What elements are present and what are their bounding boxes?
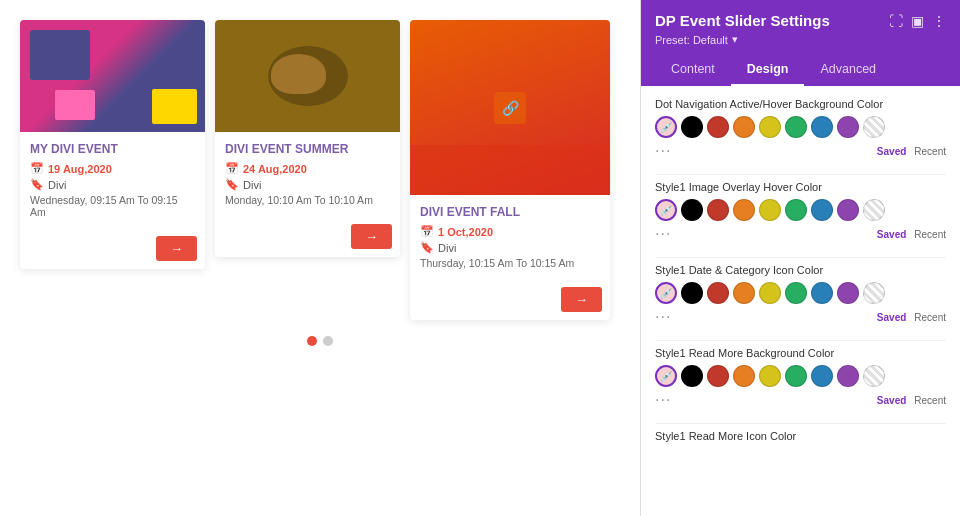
recent-label-3[interactable]: Recent	[914, 395, 946, 406]
color-row-read-more-bg: 💉	[655, 365, 946, 387]
event-title-2: DIVI EVENT SUMMER	[225, 142, 390, 156]
saved-label-3[interactable]: Saved	[877, 395, 906, 406]
event-category-2: 🔖 Divi	[225, 178, 390, 191]
saved-recent-row-3: ··· Saved Recent	[655, 391, 946, 409]
purple-swatch-1[interactable]	[837, 199, 859, 221]
saved-recent-1: Saved Recent	[877, 229, 946, 240]
black-swatch-0[interactable]	[681, 116, 703, 138]
purple-swatch-3[interactable]	[837, 365, 859, 387]
tab-content[interactable]: Content	[655, 54, 731, 86]
blue-swatch-3[interactable]	[811, 365, 833, 387]
orange-swatch-3[interactable]	[733, 365, 755, 387]
saved-recent-row-2: ··· Saved Recent	[655, 308, 946, 326]
event-date-1: 📅 19 Aug,2020	[30, 162, 195, 175]
read-more-btn-1[interactable]: →	[156, 236, 197, 261]
saved-recent-2: Saved Recent	[877, 312, 946, 323]
category-icon-2: 🔖	[225, 178, 239, 191]
divider-3	[655, 340, 946, 341]
dot-1[interactable]	[307, 336, 317, 346]
card-body-3: DIVI EVENT FALL 📅 1 Oct,2020 🔖 Divi Thur…	[410, 195, 610, 287]
color-section-title-dot-nav: Dot Navigation Active/Hover Background C…	[655, 98, 946, 110]
yellow-swatch-1[interactable]	[759, 199, 781, 221]
settings-panel: DP Event Slider Settings ⛶ ▣ ⋮ Preset: D…	[640, 0, 960, 516]
more-dots-3[interactable]: ···	[655, 391, 671, 409]
color-section-title-overlay: Style1 Image Overlay Hover Color	[655, 181, 946, 193]
calendar-icon-1: 📅	[30, 162, 44, 175]
striped-swatch-3[interactable]	[863, 365, 885, 387]
color-row-dot-nav: 💉	[655, 116, 946, 138]
color-row-date-icon: 💉	[655, 282, 946, 304]
recent-label-2[interactable]: Recent	[914, 312, 946, 323]
black-swatch-1[interactable]	[681, 199, 703, 221]
fullscreen-icon[interactable]: ⛶	[889, 13, 903, 29]
green-swatch-1[interactable]	[785, 199, 807, 221]
black-swatch-3[interactable]	[681, 365, 703, 387]
settings-header: DP Event Slider Settings ⛶ ▣ ⋮ Preset: D…	[641, 0, 960, 86]
green-swatch-2[interactable]	[785, 282, 807, 304]
more-dots-1[interactable]: ···	[655, 225, 671, 243]
read-more-btn-2[interactable]: →	[351, 224, 392, 249]
saved-label-2[interactable]: Saved	[877, 312, 906, 323]
red-swatch-2[interactable]	[707, 282, 729, 304]
divider-2	[655, 257, 946, 258]
card-arrow-wrapper-1: →	[20, 236, 205, 269]
eyedropper-swatch-2[interactable]: 💉	[655, 282, 677, 304]
event-card-3: 🔗 DIVI EVENT FALL 📅 1 Oct,2020 🔖 Divi Th…	[410, 20, 610, 320]
card-arrow-wrapper-3: →	[410, 287, 610, 320]
card-body-2: DIVI EVENT SUMMER 📅 24 Aug,2020 🔖 Divi M…	[215, 132, 400, 224]
blue-swatch-1[interactable]	[811, 199, 833, 221]
card-arrow-wrapper-2: →	[215, 224, 400, 257]
more-dots-0[interactable]: ···	[655, 142, 671, 160]
color-section-dot-nav-hover: Dot Navigation Active/Hover Background C…	[655, 98, 946, 160]
event-title-1: MY DIVI EVENT	[30, 142, 195, 156]
color-row-overlay: 💉	[655, 199, 946, 221]
saved-label-1[interactable]: Saved	[877, 229, 906, 240]
yellow-swatch-2[interactable]	[759, 282, 781, 304]
red-swatch-3[interactable]	[707, 365, 729, 387]
event-date-3: 📅 1 Oct,2020	[420, 225, 600, 238]
dot-2[interactable]	[323, 336, 333, 346]
divider-1	[655, 174, 946, 175]
eyedropper-swatch-0[interactable]: 💉	[655, 116, 677, 138]
yellow-swatch-0[interactable]	[759, 116, 781, 138]
event-card-2: DIVI EVENT SUMMER 📅 24 Aug,2020 🔖 Divi M…	[215, 20, 400, 257]
color-section-date-icon: Style1 Date & Category Icon Color 💉 ··· …	[655, 264, 946, 326]
striped-swatch-1[interactable]	[863, 199, 885, 221]
tab-advanced[interactable]: Advanced	[804, 54, 892, 86]
recent-label-1[interactable]: Recent	[914, 229, 946, 240]
color-section-title-read-more-bg: Style1 Read More Background Color	[655, 347, 946, 359]
purple-swatch-0[interactable]	[837, 116, 859, 138]
event-time-2: Monday, 10:10 Am To 10:10 Am	[225, 194, 390, 206]
blue-swatch-2[interactable]	[811, 282, 833, 304]
purple-swatch-2[interactable]	[837, 282, 859, 304]
tab-design[interactable]: Design	[731, 54, 805, 86]
settings-title-row: DP Event Slider Settings ⛶ ▣ ⋮	[655, 12, 946, 29]
event-time-1: Wednesday, 09:15 Am To 09:15 Am	[30, 194, 195, 218]
color-section-title-read-more-icon: Style1 Read More Icon Color	[655, 430, 946, 442]
color-section-read-more-bg: Style1 Read More Background Color 💉 ··· …	[655, 347, 946, 409]
more-options-icon[interactable]: ⋮	[932, 13, 946, 29]
striped-swatch-0[interactable]	[863, 116, 885, 138]
eyedropper-swatch-1[interactable]: 💉	[655, 199, 677, 221]
green-swatch-3[interactable]	[785, 365, 807, 387]
card-img-decoration	[55, 90, 95, 120]
recent-label-0[interactable]: Recent	[914, 146, 946, 157]
more-dots-2[interactable]: ···	[655, 308, 671, 326]
card-image-3: 🔗	[410, 20, 610, 195]
eyedropper-swatch-3[interactable]: 💉	[655, 365, 677, 387]
orange-swatch-2[interactable]	[733, 282, 755, 304]
orange-swatch-1[interactable]	[733, 199, 755, 221]
panel-icon[interactable]: ▣	[911, 13, 924, 29]
blue-swatch-0[interactable]	[811, 116, 833, 138]
green-swatch-0[interactable]	[785, 116, 807, 138]
red-swatch-1[interactable]	[707, 199, 729, 221]
preview-panel: MY DIVI EVENT 📅 19 Aug,2020 🔖 Divi Wedne…	[0, 0, 640, 516]
orange-swatch-0[interactable]	[733, 116, 755, 138]
saved-label-0[interactable]: Saved	[877, 146, 906, 157]
striped-swatch-2[interactable]	[863, 282, 885, 304]
black-swatch-2[interactable]	[681, 282, 703, 304]
color-section-overlay-hover: Style1 Image Overlay Hover Color 💉 ··· S…	[655, 181, 946, 243]
read-more-btn-3[interactable]: →	[561, 287, 602, 312]
yellow-swatch-3[interactable]	[759, 365, 781, 387]
red-swatch-0[interactable]	[707, 116, 729, 138]
